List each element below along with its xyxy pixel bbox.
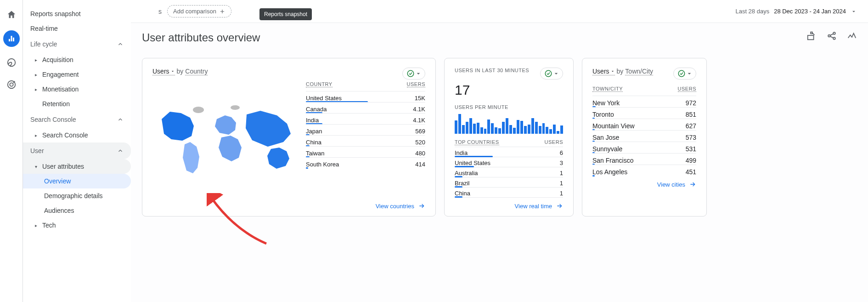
home-icon[interactable] <box>5 8 18 21</box>
sidebar-section-lifecycle[interactable]: Life cycle <box>23 36 131 52</box>
sidebar-item-engagement[interactable]: ▸Engagement <box>23 67 131 82</box>
table-row[interactable]: Mountain View627 <box>592 119 696 130</box>
realtime-title: USERS IN LAST 30 MINUTES <box>455 68 529 73</box>
by-word: by <box>177 68 184 75</box>
sidebar-sub-audiences[interactable]: Audiences <box>23 203 131 218</box>
row-name: San Francisco <box>592 157 633 164</box>
table-row[interactable]: Japan569 <box>306 124 425 135</box>
sidebar-item-search-console[interactable]: ▸Search Console <box>23 128 131 142</box>
spark-bar <box>469 118 472 134</box>
row-value: 1 <box>560 170 563 177</box>
chevron-down-icon <box>552 70 560 77</box>
svg-point-10 <box>545 70 552 77</box>
row-value: 1 <box>560 190 563 197</box>
table-row[interactable]: China520 <box>306 135 425 146</box>
advertising-icon[interactable] <box>5 78 18 91</box>
spark-bar <box>462 125 465 134</box>
date-range-value: 28 Dec 2023 - 24 Jan 2024 <box>774 8 846 15</box>
sidebar-sub-demographic-details[interactable]: Demographic details <box>23 188 131 203</box>
table-row[interactable]: New York972 <box>592 96 696 107</box>
insights-icon[interactable] <box>847 31 857 42</box>
spark-bar <box>506 118 508 134</box>
sidebar-sub-overview[interactable]: Overview <box>23 174 131 188</box>
date-range-picker[interactable]: Last 28 days 28 Dec 2023 - 24 Jan 2024 <box>735 8 857 15</box>
sidebar-section-user[interactable]: User <box>23 142 131 159</box>
view-countries-link[interactable]: View countries <box>152 202 425 210</box>
table-row[interactable]: India4.1K <box>306 113 425 124</box>
view-cities-link[interactable]: View cities <box>592 181 696 188</box>
sidebar-item-monetisation[interactable]: ▸Monetisation <box>23 82 131 97</box>
spark-bar <box>531 118 534 134</box>
reports-icon[interactable] <box>3 30 20 47</box>
card-quality-pill[interactable] <box>540 68 563 80</box>
table-row[interactable]: Brazil1 <box>455 177 563 188</box>
explore-icon[interactable] <box>5 56 18 69</box>
sidebar-section-search-console[interactable]: Search Console <box>23 111 131 128</box>
table-row[interactable]: San Jose573 <box>592 130 696 142</box>
chevron-down-icon <box>686 70 693 77</box>
table-row[interactable]: Sunnyvale531 <box>592 142 696 153</box>
row-name: Canada <box>306 106 327 113</box>
add-comparison-button[interactable]: Add comparison <box>167 5 231 17</box>
table-row[interactable]: South Korea414 <box>306 157 425 168</box>
plus-icon <box>219 8 225 15</box>
metric-dropdown[interactable]: Users <box>592 68 615 75</box>
row-value: 414 <box>415 161 425 168</box>
svg-rect-3 <box>808 35 814 40</box>
all-users-trailing: s <box>158 8 162 15</box>
spark-bar <box>560 125 563 134</box>
table-row[interactable]: Taiwan480 <box>306 146 425 157</box>
card-title: Users by Town/City <box>592 68 653 75</box>
dimension-link[interactable]: Country <box>185 68 208 75</box>
svg-point-2 <box>10 83 13 86</box>
toolbar: s Add comparison Last 28 days 28 Dec 202… <box>131 0 868 23</box>
spark-bar <box>513 128 516 134</box>
dimension-link[interactable]: Town/City <box>625 68 653 75</box>
table-row[interactable]: India6 <box>455 147 563 157</box>
spark-bar <box>466 122 468 134</box>
table-row[interactable]: Los Angeles451 <box>592 165 696 176</box>
by-word: by <box>617 68 624 75</box>
sidebar-item-tech[interactable]: ▸Tech <box>23 218 131 233</box>
sidebar-item-acquisition[interactable]: ▸Acquisition <box>23 52 131 67</box>
spark-bar <box>484 129 487 134</box>
sidebar-item-label: Retention <box>42 100 70 108</box>
table-row[interactable]: United States3 <box>455 157 563 167</box>
view-realtime-link[interactable]: View real time <box>455 202 563 210</box>
table-row[interactable]: San Francisco499 <box>592 153 696 165</box>
svg-point-7 <box>407 70 414 77</box>
country-rows: United States15KCanada4.1KIndia4.1KJapan… <box>306 91 425 168</box>
table-row[interactable]: Australia1 <box>455 167 563 177</box>
sidebar-realtime[interactable]: Real-time <box>23 21 131 36</box>
table-row[interactable]: China1 <box>455 188 563 198</box>
add-comparison-label: Add comparison <box>173 8 216 15</box>
sidebar-item-user-attributes[interactable]: ▾User attributes <box>23 159 131 174</box>
card-quality-pill[interactable] <box>402 68 425 80</box>
caret-right-icon: ▸ <box>35 223 39 228</box>
card-title: Users by Country <box>152 68 208 75</box>
section-label: Search Console <box>30 116 76 123</box>
spark-bar <box>487 120 490 134</box>
customise-report-icon[interactable] <box>806 31 817 42</box>
svg-point-11 <box>678 70 685 77</box>
footer-label: View countries <box>376 203 414 210</box>
sidebar-reports-snapshot[interactable]: Reports snapshot <box>23 6 131 21</box>
table-row[interactable]: United States15K <box>306 91 425 102</box>
table-row[interactable]: Toronto851 <box>592 107 696 119</box>
footer-label: View cities <box>657 181 685 188</box>
card-quality-pill[interactable] <box>673 68 696 80</box>
share-icon[interactable] <box>827 31 837 42</box>
spark-bar <box>520 121 523 134</box>
table-row[interactable]: Canada4.1K <box>306 102 425 113</box>
row-name: Sunnyvale <box>592 145 622 153</box>
spark-bar <box>539 126 541 134</box>
sidebar-item-label: Tech <box>42 222 56 229</box>
world-map-chart[interactable] <box>152 89 299 190</box>
row-value: 972 <box>686 99 696 107</box>
metric-dropdown[interactable]: Users <box>152 68 175 75</box>
row-value: 451 <box>686 168 696 176</box>
sidebar-item-retention[interactable]: Retention <box>23 97 131 111</box>
row-name: China <box>306 139 321 146</box>
top-countries-header: TOP COUNTRIES <box>455 139 499 145</box>
svg-point-9 <box>231 105 240 110</box>
